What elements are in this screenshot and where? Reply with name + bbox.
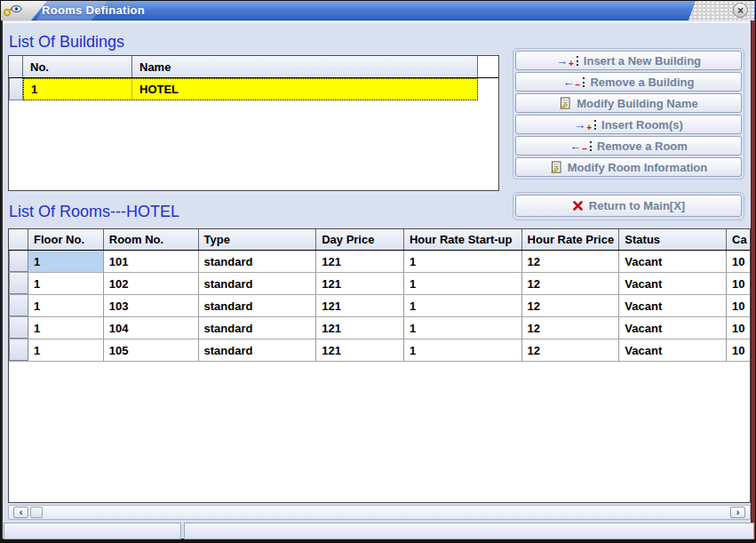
cell-hour-price[interactable]: 12 [522,295,620,316]
modify-building-button[interactable]: Modify Building Name [515,93,742,113]
insert-building-label: Insert a New Building [584,54,701,68]
cell-type[interactable]: standard [199,317,317,339]
col-day-price: Day Price [316,229,404,250]
row-selector[interactable] [9,273,28,294]
remove-arrow-icon: ←− [569,140,592,152]
cell-floor[interactable]: 1 [28,317,104,339]
cell-status[interactable]: Vacant [619,295,727,316]
content-top-highlight [3,21,750,23]
cell-ca[interactable]: 10 [727,339,750,361]
scrollbar-thumb[interactable] [30,507,43,518]
col-room-no: Room No. [104,229,199,250]
window-right-edge [751,20,755,539]
cell-hour-price[interactable]: 12 [522,273,620,294]
cell-status[interactable]: Vacant [619,339,727,361]
cell-status[interactable]: Vacant [619,273,727,294]
room-row[interactable]: 1 105 standard 121 1 12 Vacant 10 [9,339,750,362]
cell-ca[interactable]: 10 [727,251,750,272]
cell-day-price[interactable]: 121 [316,273,404,294]
cell-room[interactable]: 101 [104,251,199,272]
buildings-col-name: Name [132,56,478,77]
window-title: Rooms Defination [42,4,145,17]
cell-floor[interactable]: 1 [28,251,104,272]
rooms-corner-cell [9,229,28,250]
close-button[interactable]: × [733,3,748,18]
scroll-right-button[interactable]: › [730,507,745,518]
room-row[interactable]: 1 102 standard 121 1 12 Vacant 10 [9,273,750,295]
cell-hour-start[interactable]: 1 [404,339,522,361]
col-status: Status [619,229,727,250]
scroll-left-button[interactable]: ‹ [13,507,28,518]
building-name-cell[interactable]: HOTEL [132,79,477,100]
return-to-main-label: Return to Main[X] [589,199,685,212]
key-eye-icon [3,3,24,19]
cell-ca[interactable]: 10 [727,273,750,294]
cell-day-price[interactable]: 121 [316,295,404,316]
cell-ca[interactable]: 10 [727,317,750,339]
red-x-icon [572,200,584,212]
building-row[interactable]: 1 HOTEL [9,78,498,100]
remove-room-button[interactable]: ←− Remove a Room [515,136,742,156]
cell-hour-start[interactable]: 1 [404,317,522,339]
rooms-grid-header: Floor No. Room No. Type Day Price Hour R… [9,229,750,251]
insert-rooms-label: Insert Room(s) [601,118,683,132]
cell-hour-price[interactable]: 12 [522,317,620,339]
col-type: Type [199,229,317,250]
cell-room[interactable]: 104 [104,317,199,339]
remove-room-label: Remove a Room [597,140,688,153]
cell-floor[interactable]: 1 [28,273,104,294]
insert-arrow-icon: →+ [556,55,578,67]
cell-room[interactable]: 102 [104,273,199,294]
modify-building-label: Modify Building Name [577,97,698,110]
insert-rooms-button[interactable]: →+ Insert Room(s) [515,115,742,134]
building-no-cell[interactable]: 1 [24,79,132,100]
remove-arrow-icon: ←− [563,76,585,88]
row-selector[interactable] [9,317,28,339]
insert-building-button[interactable]: →+ Insert a New Building [515,51,742,70]
cell-type[interactable]: standard [199,251,317,272]
cell-hour-start[interactable]: 1 [404,295,522,316]
cell-room[interactable]: 105 [104,339,199,361]
cell-day-price[interactable]: 121 [316,339,404,361]
cell-floor[interactable]: 1 [28,339,104,361]
cell-status[interactable]: Vacant [619,251,727,272]
cell-type[interactable]: standard [199,339,317,361]
row-selector[interactable] [9,251,28,272]
rooms-heading: List Of Rooms---HOTEL [9,203,179,221]
room-row[interactable]: 1 103 standard 121 1 12 Vacant 10 [9,295,750,317]
room-row[interactable]: 1 101 standard 121 1 12 Vacant 10 [9,251,750,273]
cell-hour-start[interactable]: 1 [404,273,522,294]
buildings-corner-cell [9,56,23,77]
cell-day-price[interactable]: 121 [316,317,404,339]
scroll-right-icon: › [736,507,740,517]
col-hour-rate-startup: Hour Rate Start-up [404,229,522,250]
row-selector[interactable] [9,339,28,361]
cell-hour-price[interactable]: 12 [522,251,620,272]
building-row-selector[interactable] [9,78,23,100]
status-bar [4,523,754,539]
modify-room-button[interactable]: Modify Room Information [515,157,742,177]
remove-building-button[interactable]: ←− Remove a Building [515,72,742,92]
col-hour-rate-price: Hour Rate Price [522,229,620,250]
cell-ca[interactable]: 10 [727,295,750,316]
buildings-heading: List Of Buildings [9,33,124,52]
buildings-col-no: No. [23,56,132,77]
close-icon: × [737,4,744,17]
room-row[interactable]: 1 104 standard 121 1 12 Vacant 10 [9,317,750,339]
edit-note-icon [550,161,562,173]
cell-hour-price[interactable]: 12 [522,339,620,361]
titlebar[interactable]: Rooms Defination × [1,1,755,20]
cell-status[interactable]: Vacant [619,317,727,339]
row-selector[interactable] [9,295,28,316]
horizontal-scrollbar[interactable]: ‹ › [8,505,751,520]
cell-room[interactable]: 103 [104,295,199,316]
return-to-main-button[interactable]: Return to Main[X] [515,195,742,217]
insert-arrow-icon: →+ [574,119,596,131]
cell-hour-start[interactable]: 1 [404,251,522,272]
cell-type[interactable]: standard [199,273,317,294]
building-row-selected[interactable]: 1 HOTEL [23,78,478,100]
cell-day-price[interactable]: 121 [316,251,404,272]
return-panel: Return to Main[X] [513,192,744,220]
cell-type[interactable]: standard [199,295,317,316]
cell-floor[interactable]: 1 [28,295,104,316]
